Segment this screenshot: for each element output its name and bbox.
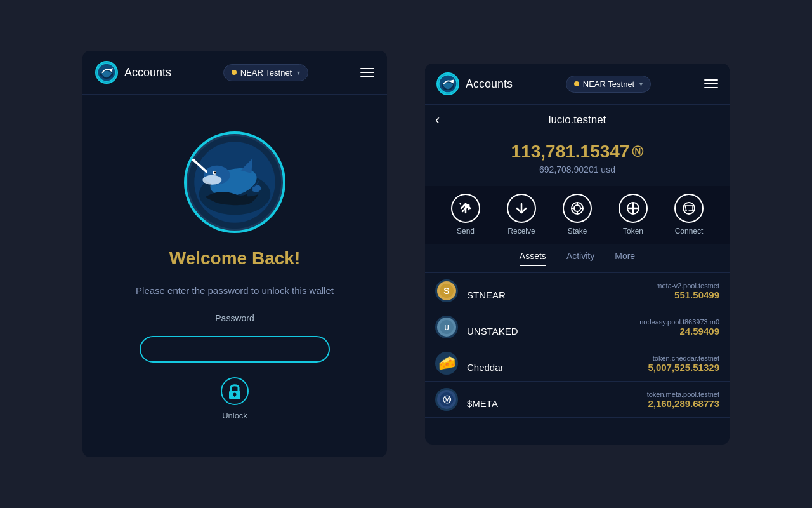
right-brand: Accounts bbox=[436, 72, 513, 95]
receive-icon bbox=[507, 194, 536, 223]
account-nav: ‹ lucio.testnet bbox=[425, 105, 730, 133]
asset-item-unstaked[interactable]: U nodeasy.pool.f863973.m0 UNSTAKED 24.59… bbox=[425, 309, 730, 345]
balance-section: 113,781.15347 Ⓝ 692,708.90201 usd bbox=[425, 133, 730, 186]
stake-label: Stake bbox=[568, 227, 587, 236]
unstaked-name: UNSTAKED bbox=[467, 326, 518, 337]
left-network-badge[interactable]: NEAR Testnet ▾ bbox=[223, 64, 308, 81]
tab-assets[interactable]: Assets bbox=[520, 251, 546, 266]
svg-text:U: U bbox=[444, 324, 449, 331]
meta-icon: Ⓜ bbox=[435, 388, 458, 411]
token-label: Token bbox=[623, 227, 643, 236]
meta-info: token.meta.pool.testnet $META 2,160,289.… bbox=[467, 391, 719, 409]
right-chevron-icon: ▾ bbox=[639, 81, 643, 88]
network-status-dot bbox=[232, 70, 237, 75]
stnear-value: 551.50499 bbox=[674, 290, 719, 300]
meta-name: $META bbox=[467, 398, 498, 409]
stake-action[interactable]: Stake bbox=[563, 194, 592, 236]
unlock-subtitle: Please enter the password to unlock this… bbox=[136, 284, 334, 298]
unstaked-icon: U bbox=[435, 316, 458, 338]
asset-item-stnear[interactable]: S meta-v2.pool.testnet STNEAR 551.50499 bbox=[425, 273, 730, 309]
back-button[interactable]: ‹ bbox=[435, 113, 440, 127]
right-network-label: NEAR Testnet bbox=[583, 79, 634, 89]
asset-item-meta[interactable]: Ⓜ token.meta.pool.testnet $META 2,160,28… bbox=[425, 382, 730, 418]
unstaked-source: nodeasy.pool.f863973.m0 bbox=[467, 318, 719, 326]
stnear-source: meta-v2.pool.testnet bbox=[467, 282, 719, 290]
svg-point-21 bbox=[574, 205, 580, 211]
tab-activity[interactable]: Activity bbox=[566, 251, 594, 266]
unstaked-info: nodeasy.pool.f863973.m0 UNSTAKED 24.5940… bbox=[467, 318, 719, 337]
svg-rect-13 bbox=[234, 394, 235, 397]
welcome-title: Welcome Back! bbox=[169, 248, 300, 269]
whale-logo bbox=[184, 131, 285, 233]
asset-item-cheddar[interactable]: 🧀 token.cheddar.testnet Cheddar 5,007,52… bbox=[425, 345, 730, 382]
lock-icon bbox=[219, 375, 251, 407]
cheddar-info: token.cheddar.testnet Cheddar 5,007,525.… bbox=[467, 354, 719, 373]
unstaked-value: 24.59409 bbox=[679, 326, 719, 337]
right-menu-icon[interactable] bbox=[704, 79, 718, 88]
svg-text:Ⓜ: Ⓜ bbox=[443, 395, 452, 404]
send-icon bbox=[451, 194, 480, 223]
tabs-bar: Assets Activity More bbox=[425, 244, 730, 273]
cheddar-name: Cheddar bbox=[467, 362, 504, 373]
left-network-label: NEAR Testnet bbox=[240, 68, 292, 77]
chevron-down-icon: ▾ bbox=[297, 69, 300, 76]
token-icon bbox=[619, 194, 648, 223]
app-logo bbox=[95, 61, 118, 84]
send-action[interactable]: Send bbox=[451, 194, 480, 236]
unlock-label: Unlock bbox=[222, 411, 247, 420]
stake-icon bbox=[563, 194, 592, 223]
receive-action[interactable]: Receive bbox=[507, 194, 536, 236]
svg-text:S: S bbox=[443, 286, 449, 296]
right-network-badge[interactable]: NEAR Testnet ▾ bbox=[566, 76, 651, 93]
stnear-name: STNEAR bbox=[467, 290, 506, 300]
left-header: Accounts NEAR Testnet ▾ bbox=[82, 51, 387, 95]
token-action[interactable]: Token bbox=[619, 194, 648, 236]
assets-list: S meta-v2.pool.testnet STNEAR 551.50499 … bbox=[425, 273, 730, 444]
connect-label: Connect bbox=[675, 227, 704, 236]
near-balance: 113,781.15347 Ⓝ bbox=[511, 142, 644, 162]
meta-source: token.meta.pool.testnet bbox=[467, 391, 719, 398]
cheddar-icon: 🧀 bbox=[435, 352, 458, 375]
right-header: Accounts NEAR Testnet ▾ bbox=[425, 64, 730, 105]
right-network-dot bbox=[574, 81, 579, 86]
connect-icon bbox=[674, 194, 704, 223]
right-accounts-title: Accounts bbox=[466, 77, 513, 91]
cheddar-value: 5,007,525.51329 bbox=[648, 362, 719, 373]
connect-action[interactable]: Connect bbox=[674, 194, 704, 236]
right-panel: Accounts NEAR Testnet ▾ ‹ lucio.testnet … bbox=[425, 64, 730, 444]
account-name: lucio.testnet bbox=[549, 114, 606, 126]
svg-point-9 bbox=[214, 171, 216, 173]
left-accounts-title: Accounts bbox=[124, 66, 171, 79]
menu-icon[interactable] bbox=[360, 68, 374, 77]
cheddar-source: token.cheddar.testnet bbox=[467, 354, 719, 362]
usd-balance: 692,708.90201 usd bbox=[539, 164, 615, 175]
stnear-info: meta-v2.pool.testnet STNEAR 551.50499 bbox=[467, 282, 719, 300]
tab-more[interactable]: More bbox=[615, 251, 635, 266]
unlock-button[interactable]: Unlock bbox=[219, 375, 251, 420]
left-panel: Accounts NEAR Testnet ▾ bbox=[82, 51, 387, 457]
header-brand: Accounts bbox=[95, 61, 171, 84]
actions-bar: Send Receive Sta bbox=[425, 186, 730, 244]
meta-value: 2,160,289.68773 bbox=[648, 398, 719, 409]
receive-label: Receive bbox=[508, 227, 535, 236]
near-amount: 113,781.15347 bbox=[511, 142, 630, 162]
password-section: Password Unlock bbox=[136, 313, 334, 420]
right-app-logo bbox=[436, 72, 459, 95]
svg-point-7 bbox=[202, 175, 221, 185]
left-content: Welcome Back! Please enter the password … bbox=[123, 95, 346, 457]
password-label: Password bbox=[215, 313, 254, 323]
near-symbol-icon: Ⓝ bbox=[632, 144, 643, 159]
stnear-icon: S bbox=[435, 279, 458, 302]
password-input[interactable] bbox=[140, 336, 330, 363]
send-label: Send bbox=[457, 227, 475, 236]
svg-line-33 bbox=[685, 206, 686, 211]
